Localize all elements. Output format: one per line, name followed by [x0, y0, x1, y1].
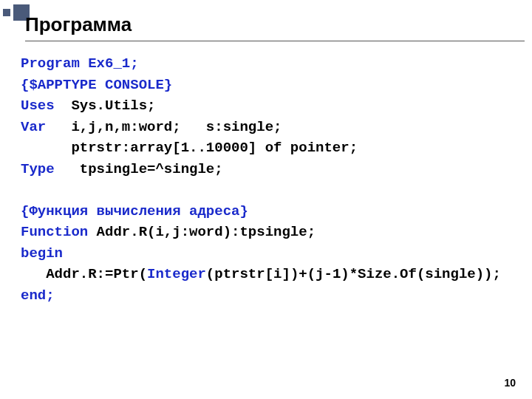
- code-line-3b: Sys.Utils;: [55, 98, 156, 114]
- page-number: 10: [504, 377, 516, 389]
- kw-begin: begin: [21, 245, 63, 262]
- code-comment: {Функция вычисления адреса}: [21, 203, 248, 219]
- code-line-2: {$APPTYPE CONSOLE}: [21, 77, 172, 93]
- code-listing: Program Ex6_1; {$APPTYPE CONSOLE} Uses S…: [21, 53, 517, 306]
- kw-type: Type: [21, 161, 55, 177]
- code-line-10c: (ptrstr[i])+(j-1)*Size.Of(single));: [206, 266, 501, 282]
- deco-small-square: [3, 9, 10, 16]
- code-line-8b: Addr.R(i,j:word):tpsingle;: [88, 224, 316, 240]
- code-line-5: ptrstr:array[1..10000] of pointer;: [21, 140, 358, 156]
- code-line-4b: i,j,n,m:word; s:single;: [46, 119, 282, 135]
- kw-integer: Integer: [147, 266, 206, 282]
- kw-var: Var: [21, 119, 46, 135]
- kw-end: end;: [21, 287, 55, 304]
- slide-title: Программа: [25, 13, 525, 36]
- kw-function: Function: [21, 224, 88, 240]
- code-line-6b: tpsingle=^single;: [55, 161, 223, 177]
- code-line-1: Program Ex6_1;: [21, 55, 139, 72]
- code-line-10a: Addr.R:=Ptr(: [21, 266, 147, 282]
- kw-uses: Uses: [21, 98, 55, 114]
- slide-header: Программа: [25, 13, 525, 41]
